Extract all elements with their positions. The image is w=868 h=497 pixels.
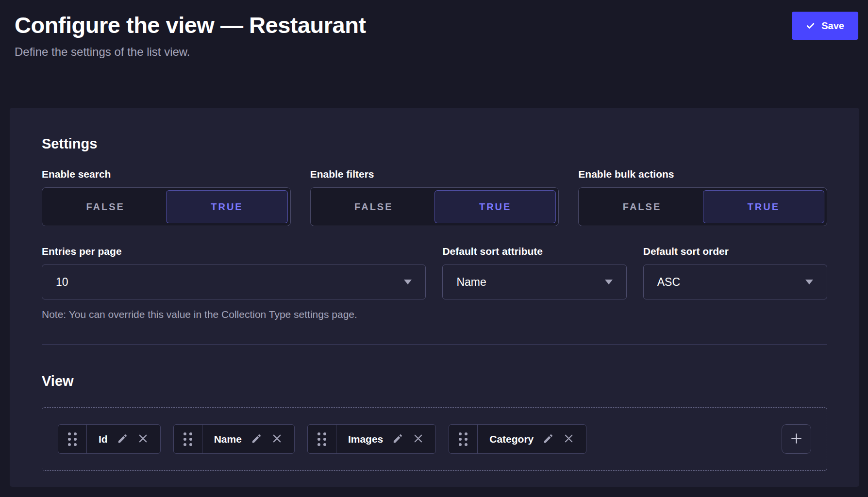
- field-chip-name: Name: [173, 424, 295, 454]
- cross-icon: [563, 433, 574, 446]
- edit-field-button[interactable]: [543, 433, 554, 446]
- chip-body: Id: [87, 425, 160, 453]
- entries-per-page-label: Entries per page: [42, 246, 426, 257]
- entries-per-page-value: 10: [56, 276, 68, 289]
- edit-field-button[interactable]: [392, 433, 403, 446]
- enable-bulk-actions-false-option[interactable]: FALSE: [581, 190, 702, 223]
- enable-filters-toggle: FALSE TRUE: [310, 187, 559, 226]
- chip-body: Category: [478, 425, 586, 453]
- chip-body: Name: [202, 425, 294, 453]
- view-fields-container: Id: [42, 407, 827, 471]
- enable-bulk-actions-field: Enable bulk actions FALSE TRUE: [578, 168, 827, 226]
- page-header: Configure the view — Restaurant Define t…: [15, 12, 858, 59]
- default-sort-attribute-value: Name: [456, 276, 486, 289]
- drag-handle[interactable]: [174, 425, 202, 453]
- pencil-icon: [392, 433, 403, 446]
- default-sort-order-select[interactable]: ASC: [643, 265, 827, 299]
- enable-bulk-actions-toggle: FALSE TRUE: [578, 187, 827, 226]
- drag-handle-icon: [184, 432, 192, 446]
- entries-per-page-select[interactable]: 10: [42, 265, 426, 299]
- remove-field-button[interactable]: [413, 433, 424, 446]
- drag-handle-icon: [68, 432, 77, 446]
- remove-field-button[interactable]: [137, 433, 149, 446]
- add-field-button[interactable]: [782, 424, 811, 454]
- cross-icon: [137, 433, 149, 446]
- pencil-icon: [251, 433, 262, 446]
- pencil-icon: [117, 433, 128, 446]
- default-sort-attribute-select[interactable]: Name: [442, 265, 626, 299]
- enable-search-true-option[interactable]: TRUE: [166, 190, 287, 223]
- check-icon: [806, 21, 815, 31]
- field-chip-label: Category: [489, 433, 534, 445]
- default-sort-attribute-field: Default sort attribute Name: [442, 246, 626, 320]
- field-chip-label: Name: [214, 433, 242, 445]
- entries-per-page-note: Note: You can override this value in the…: [42, 309, 426, 320]
- pencil-icon: [543, 433, 554, 446]
- chip-body: Images: [336, 425, 435, 453]
- cross-icon: [271, 433, 283, 446]
- remove-field-button[interactable]: [563, 433, 574, 446]
- remove-field-button[interactable]: [271, 433, 283, 446]
- page-title: Configure the view — Restaurant: [15, 12, 858, 38]
- field-chip-id: Id: [58, 424, 161, 454]
- default-sort-order-value: ASC: [657, 276, 680, 289]
- drag-handle[interactable]: [58, 425, 87, 453]
- enable-search-false-option[interactable]: FALSE: [45, 190, 166, 223]
- enable-search-field: Enable search FALSE TRUE: [42, 168, 291, 226]
- caret-down-icon: [404, 280, 412, 284]
- drag-handle[interactable]: [308, 425, 336, 453]
- drag-handle[interactable]: [449, 425, 478, 453]
- enable-search-toggle: FALSE TRUE: [42, 187, 291, 226]
- save-button-label: Save: [821, 20, 844, 32]
- enable-filters-label: Enable filters: [310, 168, 559, 180]
- enable-search-label: Enable search: [42, 168, 291, 180]
- settings-card: Settings Enable search FALSE TRUE Enable…: [10, 108, 859, 487]
- section-divider: [42, 344, 827, 345]
- enable-bulk-actions-true-option[interactable]: TRUE: [703, 190, 824, 223]
- caret-down-icon: [605, 280, 613, 284]
- cross-icon: [413, 433, 424, 446]
- enable-bulk-actions-label: Enable bulk actions: [578, 168, 827, 180]
- default-sort-order-field: Default sort order ASC: [643, 246, 827, 320]
- configure-view-page: Configure the view — Restaurant Define t…: [0, 0, 868, 497]
- enable-filters-true-option[interactable]: TRUE: [434, 190, 556, 223]
- field-chip-label: Images: [348, 433, 383, 445]
- edit-field-button[interactable]: [251, 433, 262, 446]
- default-sort-attribute-label: Default sort attribute: [442, 246, 626, 257]
- edit-field-button[interactable]: [117, 433, 128, 446]
- toggle-row: Enable search FALSE TRUE Enable filters …: [42, 168, 827, 226]
- field-chip-label: Id: [99, 433, 108, 445]
- page-subtitle: Define the settings of the list view.: [15, 45, 858, 59]
- entries-per-page-field: Entries per page 10 Note: You can overri…: [42, 246, 426, 320]
- drag-handle-icon: [317, 432, 326, 446]
- select-row: Entries per page 10 Note: You can overri…: [42, 246, 827, 320]
- drag-handle-icon: [459, 432, 467, 446]
- default-sort-order-label: Default sort order: [643, 246, 827, 257]
- field-chip-images: Images: [307, 424, 436, 454]
- settings-heading: Settings: [42, 136, 827, 152]
- view-heading: View: [42, 373, 827, 389]
- caret-down-icon: [805, 280, 813, 284]
- save-button[interactable]: Save: [792, 12, 858, 40]
- field-chip-category: Category: [449, 424, 586, 454]
- enable-filters-field: Enable filters FALSE TRUE: [310, 168, 559, 226]
- enable-filters-false-option[interactable]: FALSE: [313, 190, 434, 223]
- plus-icon: [790, 432, 803, 447]
